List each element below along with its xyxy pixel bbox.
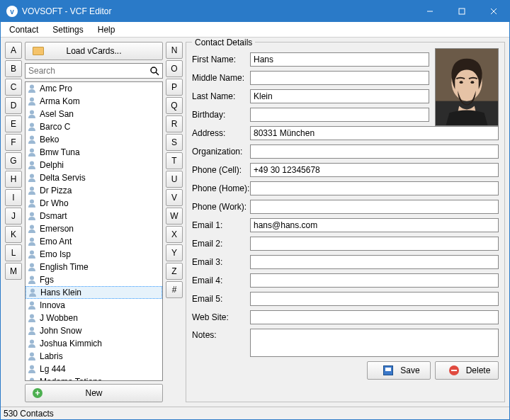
status-text: 530 Contacts [4,409,54,419]
person-icon [28,288,38,297]
list-item[interactable]: Innova [26,299,162,312]
field-email2[interactable] [250,237,499,251]
list-item[interactable]: Dsmart [26,210,162,222]
field-website[interactable] [250,310,499,324]
list-item[interactable]: Delta Servis [26,171,162,184]
alpha-btn-P[interactable]: P [166,79,183,96]
field-email1[interactable]: hans@hans.com [250,218,499,232]
alpha-btn-S[interactable]: S [166,134,183,151]
person-icon [27,147,37,157]
field-email3[interactable] [250,255,499,269]
alpha-btn-Q[interactable]: Q [166,97,183,114]
field-last_name[interactable]: Klein [250,89,429,103]
list-item[interactable]: Delphi [26,159,162,171]
field-email4[interactable] [250,273,499,288]
alpha-btn-W[interactable]: W [166,208,183,225]
svg-point-7 [30,98,34,102]
list-item[interactable]: J Wobben [26,312,162,324]
new-button-label: New [85,388,102,398]
alpha-btn-Y[interactable]: Y [166,244,183,261]
contact-list[interactable]: Amc ProArma KomAsel SanBarco CBekoBmw Tu… [25,81,163,381]
contact-name: Arma Kom [40,96,80,106]
list-item[interactable]: Lg 444 [26,363,162,375]
maximize-button[interactable] [446,1,477,22]
load-vcards-button[interactable]: Load vCards... [25,42,163,60]
svg-point-19 [30,251,34,255]
label-organization: Organization: [192,147,250,157]
alpha-btn-#[interactable]: # [166,281,183,298]
alpha-btn-X[interactable]: X [166,226,183,243]
alpha-btn-M[interactable]: M [5,263,22,280]
svg-point-14 [30,187,34,191]
contact-name: Lg 444 [40,364,66,374]
alpha-btn-K[interactable]: K [5,226,22,243]
list-item[interactable]: Emerson [26,222,162,235]
svg-point-15 [30,200,34,204]
field-phone_work[interactable] [250,200,499,214]
alpha-btn-V[interactable]: V [166,189,183,206]
minimize-button[interactable] [414,1,446,22]
contact-name: Barco C [40,122,70,132]
alpha-btn-Z[interactable]: Z [166,263,183,280]
field-notes[interactable] [250,329,499,357]
alpha-btn-E[interactable]: E [5,115,22,132]
list-item[interactable]: Dr Pizza [26,184,162,197]
field-address[interactable]: 80331 München [250,126,499,140]
list-item[interactable]: Joshua Kimmich [26,337,162,350]
menu-settings[interactable]: Settings [47,23,89,36]
contact-name: Delta Servis [40,173,86,183]
list-item[interactable]: Amc Pro [26,82,162,95]
alpha-btn-R[interactable]: R [166,115,183,132]
list-item[interactable]: Fgs [26,273,162,286]
list-item[interactable]: Labris [26,350,162,363]
alpha-btn-J[interactable]: J [5,208,22,225]
list-item[interactable]: Emo Isp [26,248,162,261]
list-item[interactable]: Barco C [26,120,162,133]
label-phone_home: Phone (Home): [192,183,250,193]
list-item[interactable]: Beko [26,133,162,146]
alpha-btn-I[interactable]: I [5,189,22,206]
person-icon [27,173,37,183]
alpha-btn-T[interactable]: T [166,152,183,169]
field-organization[interactable] [250,144,499,159]
list-item[interactable]: Arma Kom [26,95,162,108]
menu-contact[interactable]: Contact [4,23,44,36]
svg-point-12 [30,161,34,166]
save-button[interactable]: Save [367,361,431,380]
list-item[interactable]: Hans Klein [26,286,162,299]
search-icon[interactable] [147,64,162,78]
list-item[interactable]: Bmw Tuna [26,146,162,159]
new-contact-button[interactable]: + New [25,384,163,402]
close-button[interactable] [477,1,509,22]
alpha-btn-C[interactable]: C [5,79,22,96]
menu-help[interactable]: Help [92,23,121,36]
list-item[interactable]: Emo Ant [26,235,162,248]
svg-point-34 [460,81,463,84]
list-item[interactable]: Dr Who [26,197,162,210]
svg-point-27 [30,353,34,357]
alpha-btn-G[interactable]: G [5,152,22,169]
field-birthday[interactable] [250,108,429,122]
alpha-btn-H[interactable]: H [5,171,22,188]
alpha-btn-N[interactable]: N [166,42,183,59]
delete-button[interactable]: Delete [435,361,499,380]
field-middle_name[interactable] [250,71,429,85]
list-item[interactable]: John Snow [26,324,162,337]
alpha-btn-F[interactable]: F [5,134,22,151]
alpha-btn-A[interactable]: A [5,42,22,59]
field-first_name[interactable]: Hans [250,52,429,67]
alpha-btn-D[interactable]: D [5,97,22,114]
contact-photo[interactable] [435,48,499,126]
alpha-btn-B[interactable]: B [5,60,22,77]
list-item[interactable]: Asel San [26,108,162,120]
alpha-btn-U[interactable]: U [166,171,183,188]
alpha-btn-L[interactable]: L [5,244,22,261]
list-item[interactable]: English Time [26,261,162,273]
field-phone_home[interactable] [250,181,499,195]
field-phone_cell[interactable]: +49 30 12345678 [250,163,499,177]
alpha-btn-O[interactable]: O [166,60,183,77]
search-box[interactable] [25,63,163,79]
list-item[interactable]: Madame Tatiana [26,375,162,381]
field-email5[interactable] [250,292,499,306]
search-input[interactable] [26,64,147,78]
